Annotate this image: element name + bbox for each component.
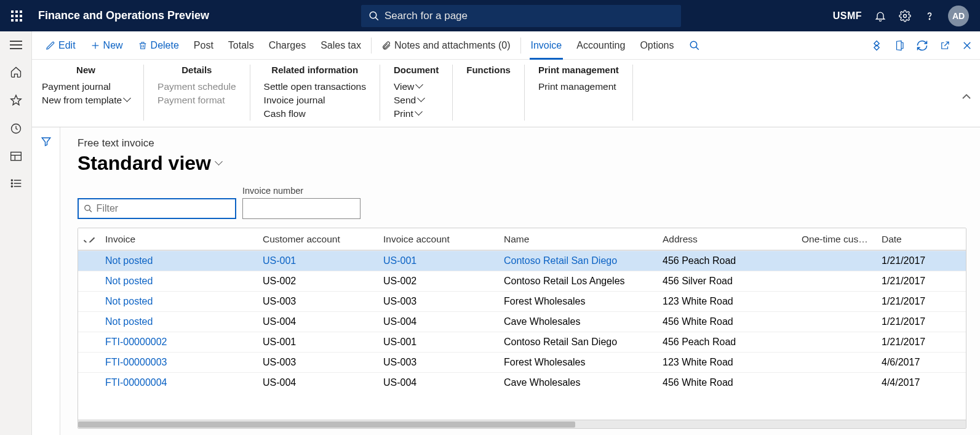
salestax-button[interactable]: Sales tax <box>313 31 368 59</box>
collapse-ribbon-icon[interactable] <box>962 94 971 100</box>
ribbon-group-title: New <box>42 65 130 75</box>
recent-icon[interactable] <box>10 122 22 135</box>
table-row[interactable]: Not postedUS-004US-004Cave Wholesales456… <box>78 311 966 332</box>
cell-name: Contoso Retail San Diego <box>499 337 658 348</box>
cell-address: 456 Peach Road <box>658 337 797 348</box>
workspace-icon[interactable] <box>10 151 22 162</box>
col-address[interactable]: Address <box>658 234 797 245</box>
new-button[interactable]: New <box>83 31 130 59</box>
cell-invoice[interactable]: FTI-00000004 <box>100 377 258 388</box>
cell-address: 456 Peach Road <box>658 255 797 266</box>
view-title[interactable]: Standard view <box>78 152 966 175</box>
cell-customer[interactable]: US-001 <box>258 255 378 266</box>
plus-icon <box>90 41 100 50</box>
cell-invoice[interactable]: Not posted <box>100 276 258 287</box>
cell-address: 123 White Road <box>658 357 797 368</box>
invoice-number-input[interactable] <box>242 198 361 219</box>
col-name[interactable]: Name <box>499 234 658 245</box>
cell-customer: US-004 <box>258 316 378 327</box>
delete-label: Delete <box>151 40 179 51</box>
cell-invoice[interactable]: FTI-00000002 <box>100 337 258 348</box>
help-icon[interactable] <box>923 10 936 22</box>
close-icon[interactable] <box>962 40 973 51</box>
cell-customer: US-003 <box>258 357 378 368</box>
ribbon-group: DetailsPayment schedulePayment format <box>144 65 250 121</box>
filter-pane-toggle[interactable] <box>32 127 60 435</box>
popout-icon[interactable] <box>939 40 950 51</box>
svg-rect-9 <box>10 152 21 160</box>
company-badge[interactable]: USMF <box>833 10 862 22</box>
global-search[interactable]: Search for a page <box>361 5 681 27</box>
ribbon-item[interactable]: Print <box>394 107 439 121</box>
table-row[interactable]: FTI-00000004US-004US-004Cave Wholesales4… <box>78 372 966 393</box>
quick-filter-input[interactable] <box>97 203 230 214</box>
col-date[interactable]: Date <box>877 234 957 245</box>
delete-button[interactable]: Delete <box>130 31 186 59</box>
cell-name: Cave Wholesales <box>499 316 658 327</box>
search-placeholder: Search for a page <box>384 10 468 22</box>
ribbon-item[interactable]: Send <box>394 94 439 107</box>
ribbon-item[interactable]: View <box>394 80 439 94</box>
svg-point-3 <box>929 18 930 19</box>
ribbon-item[interactable]: Settle open transactions <box>264 80 366 94</box>
cell-invoice-account: US-004 <box>378 316 499 327</box>
app-launcher-icon[interactable] <box>11 10 22 22</box>
cell-invoice[interactable]: FTI-00000003 <box>100 357 258 368</box>
svg-point-24 <box>85 206 90 211</box>
col-customer[interactable]: Customer account <box>258 234 378 245</box>
col-invoice-account[interactable]: Invoice account <box>378 234 499 245</box>
table-row[interactable]: FTI-00000002US-001US-001Contoso Retail S… <box>78 332 966 352</box>
cell-invoice-account: US-002 <box>378 276 499 287</box>
cell-invoice-account[interactable]: US-001 <box>378 255 499 266</box>
gear-icon[interactable] <box>899 10 911 22</box>
ribbon-item[interactable]: Print management <box>538 80 619 94</box>
horizontal-scrollbar[interactable] <box>78 420 966 428</box>
table-row[interactable]: Not postedUS-003US-003Forest Wholesales1… <box>78 291 966 311</box>
ribbon-item[interactable]: New from template <box>42 94 130 107</box>
select-all-checkbox[interactable] <box>78 236 100 242</box>
cell-invoice[interactable]: Not posted <box>100 255 258 266</box>
cell-invoice[interactable]: Not posted <box>100 296 258 307</box>
notes-button[interactable]: Notes and attachments (0) <box>374 31 518 59</box>
totals-button[interactable]: Totals <box>221 31 261 59</box>
col-onetime[interactable]: One-time cus… <box>797 234 877 245</box>
ribbon-item[interactable]: Cash flow <box>264 107 366 121</box>
quick-filter[interactable] <box>78 198 236 219</box>
cell-date: 1/21/2017 <box>877 276 957 287</box>
home-icon[interactable] <box>10 66 22 78</box>
tab-invoice[interactable]: Invoice <box>524 31 570 59</box>
cell-name: Forest Wholesales <box>499 296 658 307</box>
paperclip-icon <box>381 40 391 51</box>
find-button[interactable] <box>682 31 707 59</box>
modules-icon[interactable] <box>10 178 22 189</box>
cell-invoice[interactable]: Not posted <box>100 316 258 327</box>
star-icon[interactable] <box>10 94 22 106</box>
col-invoice[interactable]: Invoice <box>100 234 258 245</box>
avatar[interactable]: AD <box>948 6 969 26</box>
cell-date: 1/21/2017 <box>877 337 957 348</box>
action-bar: Edit New Delete Post Totals Charges Sale… <box>32 31 980 60</box>
ribbon-item[interactable]: Payment journal <box>42 80 130 94</box>
charges-button[interactable]: Charges <box>261 31 313 59</box>
cell-name: Cave Wholesales <box>499 377 658 388</box>
table-row[interactable]: Not postedUS-002US-002Contoso Retail Los… <box>78 271 966 291</box>
chevron-down-icon <box>416 108 421 119</box>
edit-button[interactable]: Edit <box>38 31 83 59</box>
table-row[interactable]: Not postedUS-001US-001Contoso Retail San… <box>78 250 966 271</box>
grid-body[interactable]: Not postedUS-001US-001Contoso Retail San… <box>78 250 966 420</box>
cell-name[interactable]: Contoso Retail San Diego <box>499 255 658 266</box>
office-icon[interactable] <box>894 39 905 52</box>
bell-icon[interactable] <box>874 10 886 22</box>
tab-accounting[interactable]: Accounting <box>569 31 632 59</box>
tab-options[interactable]: Options <box>632 31 681 59</box>
ribbon-item[interactable]: Invoice journal <box>264 94 366 107</box>
refresh-icon[interactable] <box>916 39 928 52</box>
ribbon-item: Payment schedule <box>157 80 236 94</box>
diamond-icon[interactable] <box>870 39 883 52</box>
table-row[interactable]: FTI-00000003US-003US-003Forest Wholesale… <box>78 352 966 372</box>
post-button[interactable]: Post <box>186 31 221 59</box>
hamburger-icon[interactable] <box>10 40 22 50</box>
cell-invoice-account: US-003 <box>378 296 499 307</box>
cell-customer: US-002 <box>258 276 378 287</box>
cell-customer: US-003 <box>258 296 378 307</box>
